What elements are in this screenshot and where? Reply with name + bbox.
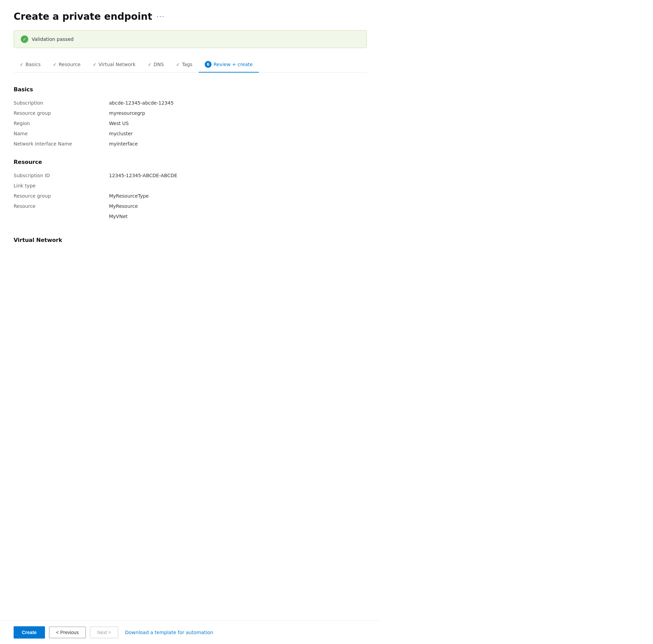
resource-resource-value: MyResource [109, 203, 367, 209]
review-create-badge: 6 [205, 61, 212, 68]
basics-subscription-value: abcde-12345-abcde-12345 [109, 100, 367, 106]
validation-banner: Validation passed [14, 30, 367, 48]
basics-nic-name-label: Network Interface Name [14, 141, 109, 147]
basics-resource-group-row: Resource group myresourcegrp [14, 108, 367, 119]
basics-section: Basics Subscription abcde-12345-abcde-12… [14, 83, 367, 149]
tab-tags[interactable]: ✓ Tags [170, 58, 199, 72]
virtual-network-check-icon: ✓ [93, 62, 96, 67]
resource-resource-group-row: Resource group MyResourceType [14, 191, 367, 201]
tab-virtual-network[interactable]: ✓ Virtual Network [87, 58, 142, 72]
basics-name-row: Name mycluster [14, 129, 367, 139]
tab-resource[interactable]: ✓ Resource [47, 58, 87, 72]
basics-subscription-label: Subscription [14, 100, 109, 106]
tab-dns[interactable]: ✓ DNS [142, 58, 170, 72]
basics-name-value: mycluster [109, 131, 367, 136]
tab-resource-label: Resource [59, 62, 80, 67]
basics-region-value: West US [109, 121, 367, 126]
basics-nic-name-row: Network Interface Name myinterface [14, 139, 367, 149]
tab-basics-label: Basics [26, 62, 41, 67]
virtual-network-section: Virtual Network [14, 234, 367, 249]
resource-resource-row: Resource MyResource [14, 201, 367, 212]
tab-review-create-label: Review + create [214, 62, 253, 67]
basics-resource-group-label: Resource group [14, 110, 109, 116]
resource-subscription-id-row: Subscription ID 12345-12345-ABCDE-ABCDE [14, 171, 367, 181]
basics-region-row: Region West US [14, 119, 367, 129]
tab-review-create[interactable]: 6 Review + create [199, 58, 259, 73]
dns-check-icon: ✓ [148, 62, 152, 67]
basics-check-icon: ✓ [20, 62, 24, 67]
basics-name-label: Name [14, 131, 109, 136]
resource-check-icon: ✓ [53, 62, 57, 67]
basics-section-title: Basics [14, 86, 367, 93]
resource-section-title: Resource [14, 159, 367, 165]
resource-link-type-row: Link type [14, 181, 367, 191]
tags-check-icon: ✓ [176, 62, 180, 67]
validation-text: Validation passed [32, 36, 74, 42]
page-title: Create a private endpoint [14, 11, 152, 22]
tab-basics[interactable]: ✓ Basics [14, 58, 47, 72]
resource-myvnet-value: MyVNet [109, 214, 367, 219]
steps-nav: ✓ Basics ✓ Resource ✓ Virtual Network ✓ … [14, 58, 367, 73]
basics-region-label: Region [14, 121, 109, 126]
tab-tags-label: Tags [182, 62, 192, 67]
resource-section: Resource Subscription ID 12345-12345-ABC… [14, 156, 367, 222]
resource-resource-group-label: Resource group [14, 193, 109, 199]
virtual-network-section-title: Virtual Network [14, 237, 367, 243]
resource-link-type-label: Link type [14, 183, 109, 188]
validation-check-icon [21, 35, 28, 43]
resource-subscription-id-value: 12345-12345-ABCDE-ABCDE [109, 173, 367, 178]
ellipsis-menu-icon[interactable]: ··· [156, 13, 165, 21]
tab-dns-label: DNS [154, 62, 164, 67]
basics-resource-group-value: myresourcegrp [109, 110, 367, 116]
content-area: Basics Subscription abcde-12345-abcde-12… [14, 83, 367, 254]
resource-resource-label: Resource [14, 203, 109, 209]
resource-myvnet-row: MyVNet [14, 212, 367, 222]
resource-subscription-id-label: Subscription ID [14, 173, 109, 178]
basics-nic-name-value: myinterface [109, 141, 367, 147]
tab-virtual-network-label: Virtual Network [98, 62, 136, 67]
basics-subscription-row: Subscription abcde-12345-abcde-12345 [14, 98, 367, 108]
resource-resource-group-value: MyResourceType [109, 193, 367, 199]
